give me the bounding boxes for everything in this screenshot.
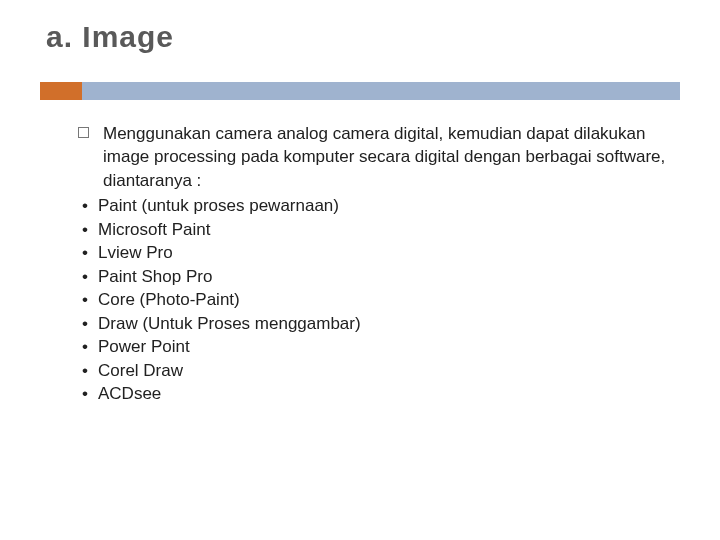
list-item: • Power Point <box>78 335 680 358</box>
intro-text: Menggunakan camera analog camera digital… <box>103 122 680 192</box>
list-item-label: ACDsee <box>98 382 161 405</box>
slide: a. Image Menggunakan camera analog camer… <box>0 0 720 540</box>
list-item-label: Paint Shop Pro <box>98 265 212 288</box>
list-item: • Core (Photo-Paint) <box>78 288 680 311</box>
list-item: • ACDsee <box>78 382 680 405</box>
bullet-dot-icon: • <box>80 241 90 264</box>
list-item: • Paint Shop Pro <box>78 265 680 288</box>
list-item-label: Lview Pro <box>98 241 173 264</box>
bullet-dot-icon: • <box>80 312 90 335</box>
bullet-dot-icon: • <box>80 288 90 311</box>
bullet-dot-icon: • <box>80 382 90 405</box>
bullet-dot-icon: • <box>80 359 90 382</box>
list-item: • Lview Pro <box>78 241 680 264</box>
divider <box>40 82 680 100</box>
bullet-dot-icon: • <box>80 335 90 358</box>
bullet-dot-icon: • <box>80 194 90 217</box>
content-area: Menggunakan camera analog camera digital… <box>40 122 680 405</box>
list-item: • Corel Draw <box>78 359 680 382</box>
list-item-label: Draw (Untuk Proses menggambar) <box>98 312 361 335</box>
intro-row: Menggunakan camera analog camera digital… <box>78 122 680 192</box>
list-item-label: Power Point <box>98 335 190 358</box>
list-item: • Draw (Untuk Proses menggambar) <box>78 312 680 335</box>
list-item-label: Paint (untuk proses pewarnaan) <box>98 194 339 217</box>
list-item-label: Core (Photo-Paint) <box>98 288 240 311</box>
bullet-dot-icon: • <box>80 218 90 241</box>
list-item: • Paint (untuk proses pewarnaan) <box>78 194 680 217</box>
accent-block <box>40 82 82 100</box>
page-title: a. Image <box>46 20 680 54</box>
square-bullet-icon <box>78 127 89 138</box>
divider-bar <box>82 82 680 100</box>
list-item: • Microsoft Paint <box>78 218 680 241</box>
list-item-label: Corel Draw <box>98 359 183 382</box>
bullet-dot-icon: • <box>80 265 90 288</box>
list-item-label: Microsoft Paint <box>98 218 210 241</box>
